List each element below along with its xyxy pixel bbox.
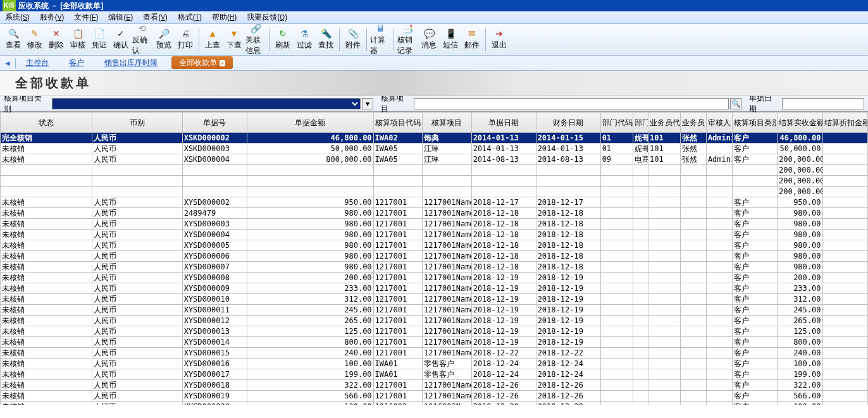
menu-服务[interactable]: 服务(V) xyxy=(35,12,70,23)
verifylog-button[interactable]: 📑核销记录 xyxy=(397,25,418,54)
modify-button[interactable]: ✎修改 xyxy=(25,25,45,54)
col-15[interactable]: 结算折扣金额 xyxy=(822,113,868,133)
tab-全部收款单[interactable]: 全部收款单× xyxy=(171,56,233,69)
cell: 饰典 xyxy=(423,133,472,144)
up-icon: ▲ xyxy=(208,28,218,39)
filter-category-select[interactable] xyxy=(52,98,361,109)
refresh-button[interactable]: ↻刷新 xyxy=(273,25,293,54)
col-6[interactable]: 单据日期 xyxy=(471,113,536,133)
table-row[interactable]: 200,000.00 xyxy=(1,176,868,187)
cell xyxy=(648,337,681,348)
cell xyxy=(600,316,633,326)
table-row[interactable]: 未核销人民币XYSD000006980.0012170011217001Name… xyxy=(1,251,868,262)
filter-button[interactable]: ⚗过滤 xyxy=(294,25,314,54)
table-row[interactable]: 未核销人民币XYSD000008200.0012170011217001Name… xyxy=(1,273,868,283)
cell: XYSD000003 xyxy=(182,219,247,230)
table-row[interactable]: 未核销人民币XYSD000013125.0012170011217001Name… xyxy=(1,326,868,337)
filter-category-browse-button[interactable]: ▾ xyxy=(362,98,373,109)
col-13[interactable]: 核算项目类别 xyxy=(732,113,777,133)
grid-scroll[interactable]: 状态币别单据号单据金额核算项目代码核算项目单据日期财务日期部门代码部门业务员代码… xyxy=(0,111,868,405)
col-12[interactable]: 审核人 xyxy=(706,113,732,133)
menu-格式[interactable]: 格式(T) xyxy=(173,12,207,23)
table-row[interactable]: 未核销人民币2489479980.0012170011217001Name201… xyxy=(1,208,868,219)
filter-project-input[interactable] xyxy=(414,98,729,109)
sms-button[interactable]: 📱短信 xyxy=(440,25,461,54)
table-row[interactable]: 未核销人民币XYSD000011245.0012170011217001Name… xyxy=(1,305,868,316)
table-row[interactable]: 未核销人民币XYSD000019566.0012170011217001Name… xyxy=(1,391,868,402)
table-row[interactable]: 未核销人民币XYSD000016100.00IWA01零售客户2018-12-2… xyxy=(1,359,868,369)
search-button[interactable]: 🔦查找 xyxy=(316,25,336,54)
filter-project-browse-button[interactable]: 🔍 xyxy=(730,98,741,109)
preview-button[interactable]: 🔎预览 xyxy=(154,25,174,54)
col-8[interactable]: 部门代码 xyxy=(600,113,633,133)
up-button[interactable]: ▲上查 xyxy=(202,25,223,54)
tabs-prev-icon[interactable]: ◄ xyxy=(3,59,13,68)
table-row[interactable]: 未核销人民币XYSD000010312.0012170011217001Name… xyxy=(1,294,868,305)
tab-主控台[interactable]: 主控台 xyxy=(20,57,55,68)
cell: 客户 xyxy=(732,305,777,316)
confirm-button[interactable]: ✓确认 xyxy=(111,25,131,54)
table-row[interactable]: 未核销人民币XYSD000005980.0012170011217001Name… xyxy=(1,240,868,251)
table-row[interactable]: 未核销人民币XYSD000015240.0012170011217001Name… xyxy=(1,348,868,359)
cell: XYSD000018 xyxy=(182,380,247,391)
cell xyxy=(600,402,633,405)
table-row[interactable]: 未核销人民币XYSD000012265.0012170011217001Name… xyxy=(1,316,868,326)
audit-button[interactable]: 📋审核 xyxy=(68,25,88,54)
cell xyxy=(681,294,707,305)
cell: 2018-12-17 xyxy=(471,197,536,208)
table-row[interactable]: 200,000.00 xyxy=(1,187,868,197)
cell: 人民币 xyxy=(92,402,182,405)
tab-销售出库序时簿[interactable]: 销售出库序时簿 xyxy=(98,57,164,68)
calc-button[interactable]: 🖩计算器 xyxy=(370,25,390,54)
filter-date-input[interactable] xyxy=(782,98,864,109)
table-row[interactable]: 未核销人民币XYSD000002950.0012170011217001Name… xyxy=(1,197,868,208)
table-row[interactable]: 未核销人民币XYSD000009233.0012170011217001Name… xyxy=(1,283,868,294)
menu-帮助[interactable]: 帮助(H) xyxy=(207,12,242,23)
print-label: 打印 xyxy=(178,40,193,51)
cell xyxy=(822,283,868,294)
col-9[interactable]: 部门 xyxy=(633,113,648,133)
col-1[interactable]: 币别 xyxy=(92,113,182,133)
view-button[interactable]: 🔍查看 xyxy=(3,25,23,54)
tab-close-icon[interactable]: × xyxy=(220,60,225,66)
mail-button[interactable]: ✉邮件 xyxy=(462,25,482,54)
col-11[interactable]: 业务员 xyxy=(681,113,707,133)
unconfirm-button[interactable]: ⟲反确认 xyxy=(132,25,152,54)
table-row[interactable]: 未核销人民币XYSD000017199.00IWA01零售客户2018-12-2… xyxy=(1,369,868,380)
exit-button[interactable]: ➜退出 xyxy=(489,25,509,54)
col-3[interactable]: 单据金额 xyxy=(247,113,373,133)
table-row[interactable]: 未核销人民币XYSD000003980.0012170011217001Name… xyxy=(1,219,868,230)
table-row[interactable]: 完全核销人民币XSKD00000246,800.00IWA02饰典2014-01… xyxy=(1,133,868,144)
voucher-button[interactable]: 📄凭证 xyxy=(89,25,109,54)
cell: 1217001 xyxy=(373,294,423,305)
menu-系统[interactable]: 系统(S) xyxy=(0,12,35,23)
relinfo-button[interactable]: 🔗关联信息 xyxy=(245,25,266,54)
col-14[interactable]: 结算实收金额 xyxy=(778,113,822,133)
table-row[interactable]: 未核销人民币XYSD000018322.0012170011217001Name… xyxy=(1,380,868,391)
col-0[interactable]: 状态 xyxy=(1,113,92,133)
menu-文件[interactable]: 文件(F) xyxy=(69,12,103,23)
col-10[interactable]: 业务员代码 xyxy=(648,113,681,133)
menu-查看[interactable]: 查看(V) xyxy=(138,12,173,23)
table-row[interactable]: 200,000.00 xyxy=(1,165,868,176)
menu-编辑[interactable]: 编辑(E) xyxy=(103,12,138,23)
col-7[interactable]: 财务日期 xyxy=(536,113,600,133)
table-row[interactable]: 未核销人民币XYSD000007980.0012170011217001Name… xyxy=(1,262,868,273)
col-4[interactable]: 核算项目代码 xyxy=(373,113,423,133)
table-row[interactable]: 未核销人民币XYSD000004980.0012170011217001Name… xyxy=(1,230,868,240)
table-row[interactable]: 未核销人民币XSKD00000350,000.00IWA05江琳2014-01-… xyxy=(1,144,868,154)
menu-我要反馈[interactable]: 我要反馈(Q) xyxy=(242,12,292,23)
delete-button[interactable]: ✕删除 xyxy=(46,25,66,54)
col-5[interactable]: 核算项目 xyxy=(423,113,472,133)
down-button[interactable]: ▼下查 xyxy=(224,25,244,54)
print-button[interactable]: 🖨打印 xyxy=(175,25,195,54)
tab-客户[interactable]: 客户 xyxy=(63,57,90,68)
table-row[interactable]: 未核销人民币XSKD000004800,000.00IWA05江琳2014-08… xyxy=(1,154,868,165)
confirm-label: 确认 xyxy=(113,40,128,51)
msg-button[interactable]: 💬消息 xyxy=(419,25,439,54)
attach-button[interactable]: 📎附件 xyxy=(343,25,363,54)
table-row[interactable]: 未核销人民币XYSD000020100.0010160031016003Name… xyxy=(1,402,868,405)
cell: 125.00 xyxy=(778,326,822,337)
table-row[interactable]: 未核销人民币XYSD000014800.0012170011217001Name… xyxy=(1,337,868,348)
col-2[interactable]: 单据号 xyxy=(182,113,247,133)
